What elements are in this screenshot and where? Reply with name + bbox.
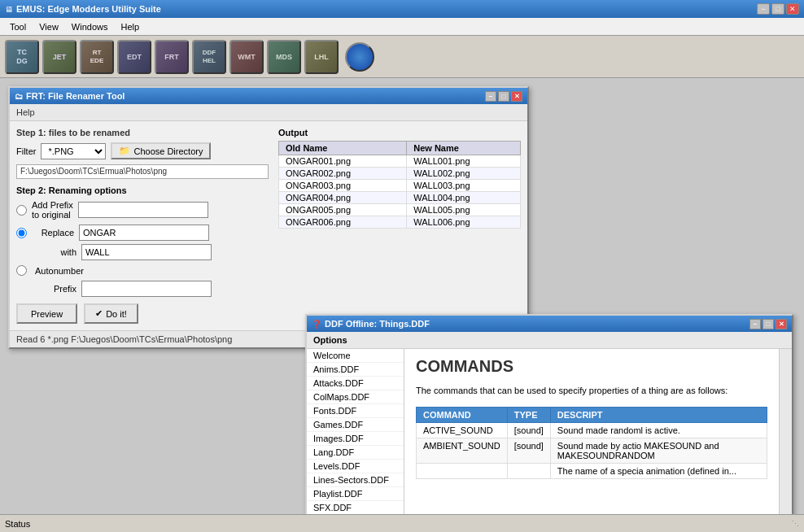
doit-label: Do it! bbox=[106, 309, 127, 319]
output-row: ONGAR001.pngWALL001.png bbox=[279, 155, 521, 168]
col-new-name: New Name bbox=[407, 142, 521, 155]
frt-maximize-btn[interactable]: □ bbox=[498, 91, 509, 102]
ddf-maximize-btn[interactable]: □ bbox=[762, 319, 774, 329]
output-cell: WALL002.png bbox=[407, 168, 521, 180]
ddf-sidebar-item[interactable]: Games.DDF bbox=[307, 418, 404, 432]
ddf-sidebar-item[interactable]: Lines-Sectors.DDF bbox=[307, 473, 404, 487]
with-label: with bbox=[33, 247, 81, 257]
toolbar-wmt[interactable]: WMT bbox=[229, 40, 264, 74]
output-cell: ONGAR005.png bbox=[279, 204, 407, 216]
filter-select[interactable]: *.PNG bbox=[41, 143, 106, 159]
add-prefix-input[interactable] bbox=[78, 202, 208, 218]
toolbar-edt[interactable]: EDT bbox=[117, 40, 151, 74]
ddf-right-scrollbar[interactable] bbox=[779, 349, 792, 514]
prefix-input[interactable] bbox=[81, 281, 212, 297]
ddf-sidebar-item[interactable]: Fonts.DDF bbox=[307, 404, 404, 418]
frt-minimize-btn[interactable]: − bbox=[485, 91, 496, 102]
commands-cell bbox=[417, 463, 508, 478]
menu-help[interactable]: Help bbox=[114, 20, 146, 33]
ddf-sidebar-item[interactable]: ColMaps.DDF bbox=[307, 390, 404, 404]
menu-windows[interactable]: Windows bbox=[65, 20, 115, 33]
title-bar: 🖥 EMUS: Edge Modders Utility Suite − □ ✕ bbox=[0, 0, 804, 18]
prefix-label: Prefix bbox=[33, 284, 81, 294]
commands-cell: The name of a specia animation (defined … bbox=[550, 463, 767, 478]
replace-input[interactable] bbox=[79, 225, 209, 241]
output-label: Output bbox=[278, 128, 521, 137]
ddf-sidebar-item[interactable]: Images.DDF bbox=[307, 432, 404, 446]
ddf-sidebar-item[interactable]: Attacks.DDF bbox=[307, 377, 404, 390]
dir-path: F:\Juegos\Doom\TCs\Ermua\Photos\png bbox=[16, 164, 269, 179]
resize-grip: ⋱ bbox=[792, 520, 799, 528]
frt-title-bar: 🗂 FRT: File Renamer Tool − □ ✕ bbox=[10, 88, 527, 104]
output-table: Old Name New Name ONGAR001.pngWALL001.pn… bbox=[278, 141, 521, 229]
doit-button[interactable]: ✔ Do it! bbox=[84, 303, 138, 324]
frt-close-btn[interactable]: ✕ bbox=[511, 91, 522, 102]
toolbar-rt-ede[interactable]: RTEDE bbox=[80, 40, 114, 74]
ddf-sidebar-item[interactable]: Welcome bbox=[307, 349, 404, 363]
menu-tool[interactable]: Tool bbox=[3, 20, 33, 33]
main-area: 🗂 FRT: File Renamer Tool − □ ✕ Help Step… bbox=[0, 78, 804, 514]
ddf-panel: ❓ DDF Offline: Things.DDF − □ ✕ Options … bbox=[305, 314, 793, 514]
toolbar-ddf[interactable]: DDFHEL bbox=[192, 40, 226, 74]
replace-radio[interactable] bbox=[16, 228, 27, 238]
add-prefix-sub: to original bbox=[32, 210, 73, 220]
output-row: ONGAR003.pngWALL003.png bbox=[279, 180, 521, 192]
commands-desc: The commands that can be used to specify… bbox=[416, 384, 767, 399]
filter-row: Filter *.PNG 📁 Choose Directory bbox=[16, 142, 269, 159]
choose-dir-label: Choose Directory bbox=[133, 146, 203, 156]
toolbar-frt[interactable]: FRT bbox=[155, 40, 189, 74]
frt-icon: 🗂 bbox=[15, 92, 23, 101]
toolbar-globe[interactable] bbox=[345, 42, 374, 72]
folder-icon: 📁 bbox=[119, 146, 130, 156]
add-prefix-radio[interactable] bbox=[16, 205, 27, 216]
with-input[interactable] bbox=[81, 244, 212, 260]
commands-row: AMBIENT_SOUND[sound]Sound made by actio … bbox=[417, 438, 767, 463]
ddf-title-bar: ❓ DDF Offline: Things.DDF − □ ✕ bbox=[307, 316, 792, 332]
ddf-options-bar: Options bbox=[307, 332, 792, 349]
close-button[interactable]: ✕ bbox=[786, 3, 799, 15]
autonumber-radio[interactable] bbox=[16, 265, 27, 276]
ddf-sidebar-item[interactable]: Anims.DDF bbox=[307, 363, 404, 377]
minimize-button[interactable]: − bbox=[757, 3, 770, 15]
step1-label: Step 1: files to be renamed bbox=[16, 128, 269, 137]
output-cell: WALL001.png bbox=[407, 155, 521, 168]
frt-right-pane: Output Old Name New Name ONGAR001.pngWAL… bbox=[278, 128, 521, 324]
ddf-content[interactable]: COMMANDS The commands that can be used t… bbox=[404, 349, 779, 514]
output-cell: ONGAR006.png bbox=[279, 216, 407, 229]
output-cell: ONGAR002.png bbox=[279, 168, 407, 180]
commands-cell: Sound made by actio MAKESOUND and MAKESO… bbox=[550, 438, 767, 463]
toolbar-lhl[interactable]: LHL bbox=[304, 40, 339, 74]
ddf-options-label: Options bbox=[313, 335, 347, 345]
toolbar-tc-dg[interactable]: TCDG bbox=[5, 40, 39, 74]
autonumber-label: Autonumber bbox=[35, 266, 84, 276]
commands-cell: ACTIVE_SOUND bbox=[417, 422, 508, 438]
choose-dir-button[interactable]: 📁 Choose Directory bbox=[111, 142, 211, 159]
menu-view[interactable]: View bbox=[33, 20, 65, 33]
output-row: ONGAR006.pngWALL006.png bbox=[279, 216, 521, 229]
output-row: ONGAR002.pngWALL002.png bbox=[279, 168, 521, 180]
app-title: EMUS: Edge Modders Utility Suite bbox=[16, 4, 757, 14]
output-cell: WALL004.png bbox=[407, 192, 521, 204]
output-cell: ONGAR001.png bbox=[279, 155, 407, 168]
ddf-sidebar-item[interactable]: Levels.DDF bbox=[307, 460, 404, 473]
ddf-sidebar-item[interactable]: Lang.DDF bbox=[307, 446, 404, 460]
check-icon: ✔ bbox=[95, 308, 103, 319]
maximize-button[interactable]: □ bbox=[771, 3, 784, 15]
prefix-row: Prefix bbox=[33, 281, 269, 297]
app-icon: 🖥 bbox=[5, 5, 13, 14]
frt-body: Step 1: files to be renamed Filter *.PNG… bbox=[10, 121, 527, 330]
commands-cell: AMBIENT_SOUND bbox=[417, 438, 508, 463]
filter-label: Filter bbox=[16, 146, 36, 156]
output-cell: WALL005.png bbox=[407, 204, 521, 216]
toolbar-mds[interactable]: MDS bbox=[267, 40, 301, 74]
ddf-minimize-btn[interactable]: − bbox=[749, 319, 761, 329]
toolbar-jet[interactable]: JET bbox=[42, 40, 76, 74]
replace-row: Replace bbox=[16, 225, 269, 241]
ddf-sidebar-item[interactable]: SFX.DDF bbox=[307, 501, 404, 514]
frt-help-label: Help bbox=[10, 104, 527, 121]
ddf-sidebar-item[interactable]: Playlist.DDF bbox=[307, 487, 404, 501]
step2-label: Step 2: Renaming options bbox=[16, 185, 269, 195]
ddf-close-btn[interactable]: ✕ bbox=[776, 319, 787, 329]
frt-title: FRT: File Renamer Tool bbox=[26, 91, 483, 101]
preview-button[interactable]: Preview bbox=[16, 303, 77, 324]
